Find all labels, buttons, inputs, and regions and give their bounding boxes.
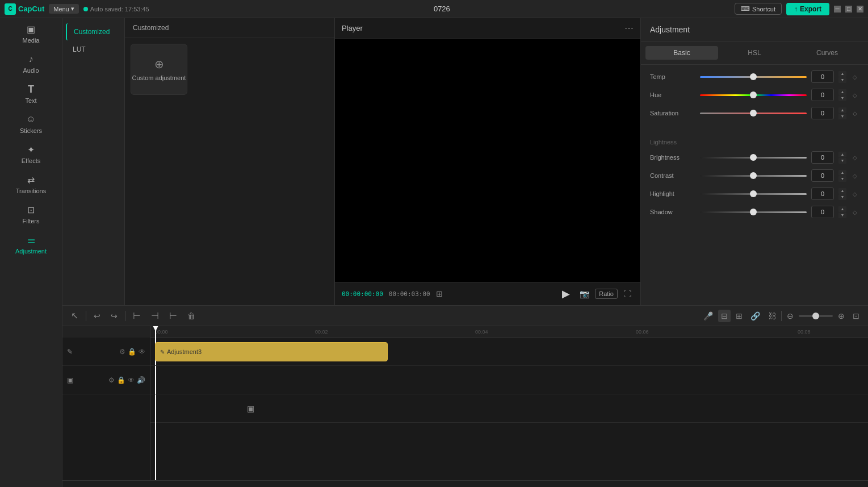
stickers-icon: ☺ (25, 113, 37, 126)
spinner-up-temp[interactable]: ▲ (838, 71, 846, 77)
select-tool-button[interactable]: ↖ (68, 309, 81, 323)
tab-basic[interactable]: Basic (645, 46, 718, 60)
spinner-down-shadow[interactable]: ▼ (838, 213, 846, 218)
microphone-button[interactable]: 🎤 (701, 310, 716, 322)
maximize-button[interactable]: □ (845, 6, 852, 13)
play-button[interactable]: ▶ (558, 286, 574, 302)
slider-track-highlight[interactable] (700, 193, 807, 195)
keyframe-saturation[interactable]: ◇ (851, 109, 859, 117)
keyframe-hue[interactable]: ◇ (851, 91, 859, 99)
spinner-up-shadow[interactable]: ▲ (838, 206, 846, 212)
close-button[interactable]: ✕ (857, 6, 863, 13)
spinner-down-temp[interactable]: ▼ (838, 77, 846, 83)
unlink-button[interactable]: ⛓ (765, 310, 779, 322)
tool-media[interactable]: ▣ Media (0, 18, 62, 48)
track-settings-button[interactable]: ⚙ (119, 348, 125, 356)
slider-thumb-temp (750, 73, 757, 80)
spinner-up-saturation[interactable]: ▲ (838, 107, 846, 113)
tab-hsl[interactable]: HSL (718, 46, 791, 60)
minimize-button[interactable]: ─ (834, 6, 841, 13)
spinner-up-contrast[interactable]: ▲ (838, 170, 846, 176)
export-button[interactable]: ↑ Export (786, 3, 829, 15)
spinner-up-hue[interactable]: ▲ (838, 89, 846, 95)
player-more-button[interactable]: ⋯ (624, 23, 634, 34)
tool-effects[interactable]: ✦ Effects (0, 139, 62, 169)
cat-lut[interactable]: LUT (66, 41, 121, 58)
split-left-button[interactable]: ⊣ (148, 309, 162, 323)
slider-row-saturation: Saturation 0 ▲ ▼ ◇ (650, 107, 859, 119)
track-visibility-button[interactable]: 👁 (139, 348, 145, 356)
redo-button[interactable]: ↪ (108, 310, 120, 322)
slider-value-hue: 0 (811, 89, 834, 101)
slider-row-brightness: Brightness 0 ▲ ▼ ◇ (650, 151, 859, 164)
tool-audio[interactable]: ♪ Audio (0, 48, 62, 78)
track-video-visibility-button[interactable]: 👁 (128, 376, 135, 384)
delete-button[interactable]: 🗑 (184, 310, 198, 322)
tool-text[interactable]: T Text (0, 78, 62, 109)
fit-timeline-button[interactable]: ⊡ (850, 310, 862, 322)
tool-transitions[interactable]: ⇄ Transitions (0, 169, 62, 199)
tool-adjustment[interactable]: ⚌ Adjustment (0, 229, 62, 259)
slider-spinner-highlight: ▲ ▼ (838, 188, 846, 200)
track-lock-button[interactable]: 🔒 (128, 348, 136, 356)
keyframe-shadow[interactable]: ◇ (851, 208, 859, 216)
separate-audio-button[interactable]: ⊞ (733, 310, 745, 322)
timeline-scrollbar[interactable] (62, 480, 868, 487)
clip-adjustment3[interactable]: ✎ Adjustment3 (155, 342, 388, 361)
join-clips-button[interactable]: ⊟ (718, 310, 731, 322)
slider-track-brightness[interactable] (700, 157, 807, 159)
spinner-up-brightness[interactable]: ▲ (838, 152, 846, 157)
spinner-down-saturation[interactable]: ▼ (838, 114, 846, 119)
slider-value-temp: 0 (811, 70, 834, 83)
link-button[interactable]: 🔗 (748, 310, 763, 322)
lightness-title: Lightness (650, 139, 859, 145)
slider-label-hue: Hue (650, 91, 695, 98)
spinner-down-contrast[interactable]: ▼ (838, 176, 846, 182)
screenshot-button[interactable]: 📷 (577, 288, 592, 299)
asset-item-custom-adjustment[interactable]: ⊕ Custom adjustment (131, 44, 187, 95)
timeline-toolbar-right: 🎤 ⊟ ⊞ 🔗 ⛓ ⊖ ⊕ ⊡ (701, 310, 862, 322)
color-sliders-section: Temp 0 ▲ ▼ ◇ Hue (641, 65, 868, 131)
undo-button[interactable]: ↩ (91, 310, 103, 322)
slider-thumb-contrast (750, 172, 757, 179)
track-header-adjustment: ✎ ⚙ 🔒 👁 (62, 338, 150, 366)
ruler-mark-8: 00:08 (798, 329, 811, 335)
split-right-button[interactable]: ⊢ (166, 309, 180, 323)
track-video-settings-button[interactable]: ⚙ (108, 376, 115, 384)
keyframe-brightness[interactable]: ◇ (851, 153, 859, 161)
clip-adj-icon: ✎ (160, 349, 165, 355)
track-video-audio-button[interactable]: 🔊 (137, 376, 145, 384)
shortcut-button[interactable]: ⌨ Shortcut (735, 3, 782, 15)
keyframe-contrast[interactable]: ◇ (851, 172, 859, 180)
tool-filters[interactable]: ⊡ Filters (0, 199, 62, 229)
slider-track-saturation[interactable] (700, 113, 807, 114)
track-video-lock-button[interactable]: 🔒 (117, 376, 125, 384)
spinner-up-highlight[interactable]: ▲ (838, 188, 846, 194)
slider-track-temp[interactable] (700, 76, 807, 78)
keyframe-highlight[interactable]: ◇ (851, 190, 859, 198)
slider-row-highlight: Highlight 0 ▲ ▼ ◇ (650, 188, 859, 200)
tab-curves[interactable]: Curves (791, 46, 863, 60)
cat-customized[interactable]: Customized (66, 23, 121, 40)
timeline-content: 00:00 00:02 00:04 00:06 00:08 ✎ (150, 326, 868, 480)
slider-track-hue[interactable] (700, 94, 807, 96)
grid-view-button[interactable]: ⊞ (436, 289, 443, 298)
category-sidebar: Customized LUT (62, 18, 125, 305)
add-media-icon[interactable]: ▣ (247, 404, 254, 413)
zoom-in-button[interactable]: ⊕ (835, 310, 848, 322)
fullscreen-button[interactable]: ⛶ (621, 288, 634, 299)
zoom-slider[interactable] (799, 315, 833, 317)
slider-track-contrast[interactable] (700, 175, 807, 177)
spinner-down-highlight[interactable]: ▼ (838, 194, 846, 200)
keyframe-temp[interactable]: ◇ (851, 73, 859, 81)
zoom-out-button[interactable]: ⊖ (784, 310, 796, 322)
ratio-button[interactable]: Ratio (595, 289, 618, 299)
menu-button[interactable]: Menu ▾ (49, 4, 79, 14)
slider-spinner-hue: ▲ ▼ (838, 89, 846, 101)
split-start-button[interactable]: ⊢ (130, 309, 144, 323)
spinner-down-hue[interactable]: ▼ (838, 95, 846, 101)
slider-track-shadow[interactable] (700, 211, 807, 213)
tool-stickers[interactable]: ☺ Stickers (0, 109, 62, 139)
slider-label-highlight: Highlight (650, 190, 695, 197)
spinner-down-brightness[interactable]: ▼ (838, 158, 846, 164)
